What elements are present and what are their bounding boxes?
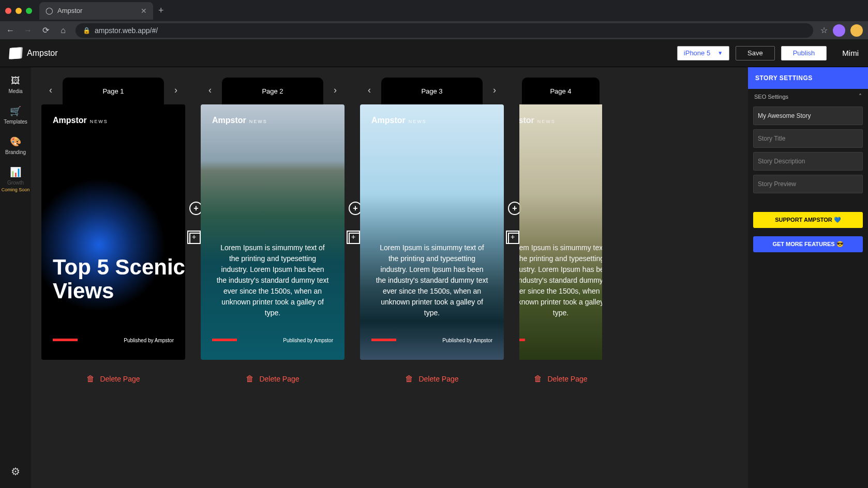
- window-controls[interactable]: [5, 8, 32, 14]
- published-by: Published by Ampstor: [442, 338, 492, 343]
- story-brand: AmpstorNEWS: [212, 116, 267, 125]
- bookmark-star-icon[interactable]: ☆: [820, 25, 828, 35]
- chevron-down-icon: ▼: [717, 50, 723, 56]
- story-title: Top 5 Scenic Views: [53, 255, 185, 303]
- canvas[interactable]: ‹ Page 1 › AmpstorNEWS Top 5 Scenic View…: [31, 67, 748, 488]
- page-preview-2[interactable]: AmpstorNEWS Lorem Ipsum is simummy text …: [201, 104, 345, 360]
- delete-label: Delete Page: [418, 375, 458, 383]
- page-tab[interactable]: ‹ Page 2 ›: [222, 78, 323, 104]
- minimize-window-icon[interactable]: [16, 8, 22, 14]
- page-preview-4[interactable]: AmpstorNEWS Lorem Ipsum is simummy text …: [519, 104, 602, 360]
- profile-avatar[interactable]: [833, 24, 845, 37]
- browser-toolbar: ← → ⟳ ⌂ 🔒 ampstor.web.app/#/ ☆: [0, 21, 868, 39]
- sidebar-item-media[interactable]: 🖼 Media: [7, 74, 23, 95]
- story-body: Lorem Ipsum is simummy text of the print…: [215, 242, 330, 318]
- app-name: Ampstor: [27, 49, 58, 58]
- get-features-button[interactable]: GET MORE FEATURES 😎: [753, 236, 863, 252]
- app-logo-icon: [9, 47, 21, 59]
- duplicate-page-button[interactable]: [349, 233, 360, 244]
- address-bar[interactable]: 🔒 ampstor.web.app/#/: [76, 23, 813, 38]
- delete-label: Delete Page: [259, 375, 299, 383]
- sidebar-label: Growth: [7, 180, 24, 186]
- delete-page-button[interactable]: 🗑 Delete Page: [534, 374, 587, 384]
- page-label: Page 4: [550, 87, 571, 95]
- page-label: Page 1: [102, 87, 124, 95]
- sidebar-item-growth: 📊 Growth Coming Soon: [1, 165, 31, 194]
- back-button[interactable]: ←: [5, 26, 16, 35]
- user-name[interactable]: Mimi: [842, 49, 859, 57]
- page-column-4: Page 4 AmpstorNEWS Lorem Ipsum is simumm…: [519, 78, 602, 488]
- chevron-left-icon[interactable]: ‹: [368, 85, 371, 96]
- accent-bar: [212, 339, 237, 341]
- page-tab[interactable]: Page 4: [522, 78, 600, 104]
- image-icon: 🖼: [11, 75, 20, 86]
- page-column-1: ‹ Page 1 › AmpstorNEWS Top 5 Scenic View…: [41, 78, 185, 488]
- story-preview-input[interactable]: [753, 175, 863, 193]
- page-tab[interactable]: ‹ Page 3 ›: [381, 78, 483, 104]
- chart-icon: 📊: [10, 166, 21, 178]
- chevron-left-icon[interactable]: ‹: [208, 85, 212, 96]
- chevron-right-icon[interactable]: ›: [493, 85, 496, 96]
- chevron-right-icon[interactable]: ›: [174, 85, 177, 96]
- story-description-input[interactable]: [753, 152, 863, 171]
- delete-page-button[interactable]: 🗑 Delete Page: [86, 374, 140, 384]
- chevron-left-icon[interactable]: ‹: [49, 85, 52, 96]
- trash-icon: 🗑: [86, 374, 95, 384]
- forward-button[interactable]: →: [23, 26, 33, 35]
- close-tab-icon[interactable]: ✕: [141, 7, 147, 15]
- app-header: Ampstor iPhone 5 ▼ Save Publish Mimi: [0, 39, 868, 67]
- trash-icon: 🗑: [405, 374, 413, 384]
- page-preview-3[interactable]: AmpstorNEWS Lorem Ipsum is simummy text …: [360, 104, 504, 360]
- coming-soon-badge: Coming Soon: [2, 188, 30, 193]
- reload-button[interactable]: ⟳: [40, 25, 51, 35]
- accent-bar: [371, 339, 396, 341]
- delete-page-button[interactable]: 🗑 Delete Page: [246, 374, 299, 384]
- accent-bar: [519, 339, 525, 341]
- gear-icon: ⚙: [11, 466, 20, 477]
- delete-label: Delete Page: [100, 375, 140, 383]
- published-by: Published by Ampstor: [283, 338, 333, 343]
- browser-chrome: ◯ Ampstor ✕ + ← → ⟳ ⌂ 🔒 ampstor.web.app/…: [0, 0, 868, 39]
- account-avatar[interactable]: [850, 24, 863, 37]
- story-brand: AmpstorNEWS: [371, 116, 427, 125]
- close-window-icon[interactable]: [5, 8, 11, 14]
- main-area: 🖼 Media 🛒 Templates 🎨 Branding 📊 Growth …: [0, 67, 868, 488]
- published-by: Published by Ampstor: [124, 338, 174, 343]
- story-brand: AmpstorNEWS: [519, 116, 556, 125]
- story-body: Lorem Ipsum is simummy text of the print…: [519, 242, 602, 318]
- publish-button[interactable]: Publish: [781, 46, 827, 60]
- duplicate-page-button[interactable]: [508, 233, 519, 244]
- device-select-value: iPhone 5: [684, 49, 710, 57]
- palette-icon: 🎨: [10, 136, 21, 147]
- browser-tab[interactable]: ◯ Ampstor ✕: [39, 2, 153, 20]
- new-tab-button[interactable]: +: [158, 5, 164, 16]
- trash-icon: 🗑: [534, 374, 542, 384]
- save-button[interactable]: Save: [736, 46, 775, 60]
- page-label: Page 2: [262, 87, 283, 95]
- page-preview-1[interactable]: AmpstorNEWS Top 5 Scenic Views Published…: [41, 104, 185, 360]
- delete-page-button[interactable]: 🗑 Delete Page: [405, 374, 458, 384]
- chevron-right-icon[interactable]: ›: [334, 85, 337, 96]
- seo-settings-section[interactable]: SEO Settings ˄: [748, 89, 868, 104]
- story-title-input[interactable]: [753, 129, 863, 148]
- tab-title: Ampstor: [57, 7, 82, 14]
- sidebar-item-branding[interactable]: 🎨 Branding: [4, 135, 27, 156]
- lock-icon: 🔒: [83, 27, 91, 34]
- page-column-2: ‹ Page 2 › AmpstorNEWS Lorem Ipsum is si…: [201, 78, 345, 488]
- maximize-window-icon[interactable]: [26, 8, 32, 14]
- duplicate-page-button[interactable]: [189, 233, 201, 244]
- story-brand: AmpstorNEWS: [53, 116, 108, 125]
- device-select[interactable]: iPhone 5 ▼: [677, 46, 729, 60]
- home-button[interactable]: ⌂: [58, 26, 68, 35]
- panel-title: STORY SETTINGS: [748, 67, 868, 89]
- settings-button[interactable]: ⚙: [11, 465, 20, 478]
- story-name-input[interactable]: [753, 106, 863, 125]
- left-sidebar: 🖼 Media 🛒 Templates 🎨 Branding 📊 Growth …: [0, 67, 31, 488]
- delete-label: Delete Page: [547, 375, 587, 383]
- sidebar-item-templates[interactable]: 🛒 Templates: [3, 104, 28, 126]
- chevron-up-icon: ˄: [859, 93, 862, 100]
- cart-icon: 🛒: [10, 105, 21, 117]
- page-tab[interactable]: ‹ Page 1 ›: [63, 78, 164, 104]
- support-button[interactable]: SUPPORT AMPSTOR 💙: [753, 212, 863, 228]
- story-body: Lorem Ipsum is simummy text of the print…: [375, 242, 489, 318]
